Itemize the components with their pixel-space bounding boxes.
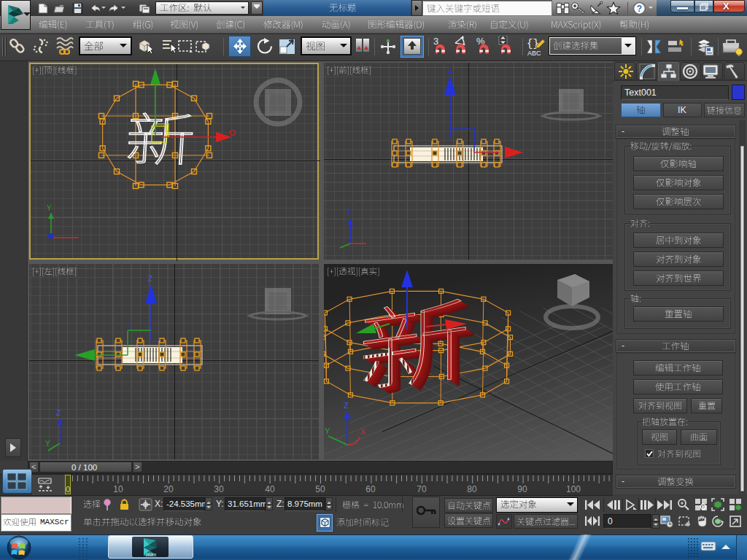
svg-text:Z: Z (448, 66, 452, 74)
svg-text:max: max (146, 551, 156, 556)
svg-text:Y: Y (45, 440, 50, 448)
svg-text:Z: Z (148, 275, 152, 283)
svg-text:Z: Z (344, 401, 349, 410)
svg-text:Z: Z (347, 209, 351, 217)
svg-text:ABC: ABC (527, 50, 541, 57)
svg-text:Y: Y (325, 427, 330, 435)
svg-text:X: X (360, 427, 366, 436)
svg-text:?: ? (637, 4, 642, 14)
svg-text:Z: Z (56, 409, 61, 417)
svg-text:Y: Y (47, 204, 52, 212)
